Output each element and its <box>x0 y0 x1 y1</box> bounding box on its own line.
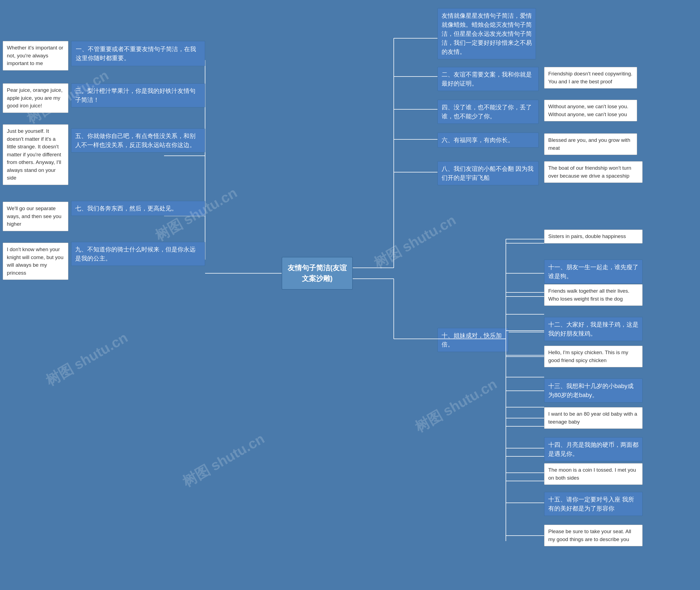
node-b5-english: Please be sure to take your seat. All my… <box>544 525 642 546</box>
center-node-text: 友情句子简洁(友谊文案沙雕) <box>286 263 348 284</box>
node-b4-english: The moon is a coin I tossed. I met you o… <box>544 463 642 485</box>
node-bottom-main: 十、姐妹成对，快乐加倍。 <box>438 328 509 352</box>
node-l4-chinese-text: 七、我们各奔东西，然后，更高处见。 <box>75 205 177 212</box>
node-r2-chinese-text: 四、没了谁，也不能没了你，丢了谁，也不能少了你。 <box>442 104 532 120</box>
node-r2-chinese: 四、没了谁，也不能没了你，丢了谁，也不能少了你。 <box>438 100 539 124</box>
node-b0-text: Sisters in pairs, double happiness <box>548 233 626 239</box>
node-l3-chinese: 五、你就做你自己吧，有点奇怪没关系，和别人不一样也没关系，反正我永远站在你这边。 <box>71 128 205 153</box>
node-b4-english-text: The moon is a coin I tossed. I met you o… <box>548 467 636 481</box>
node-b5-chinese-text: 十五、请你一定要对号入座 我所有的美好都是为了形容你 <box>548 496 634 512</box>
node-r4-chinese: 八、我们友谊的小船不会翻 因为我们开的是宇宙飞船 <box>438 161 539 185</box>
node-r3-chinese: 六、有福同享，有肉你长。 <box>438 132 539 148</box>
node-b1-chinese-text: 十一、朋友一生一起走，谁先瘦了谁是狗。 <box>548 264 638 280</box>
node-l3-english: Just be yourself. It doesn't matter if i… <box>3 124 68 185</box>
node-b3-chinese: 十三、我想和十几岁的小baby成为80岁的老baby。 <box>544 379 642 403</box>
node-bottom-main-text: 十、姐妹成对，快乐加倍。 <box>442 332 502 348</box>
mind-map: 树图 shutu.cn 树图 shutu.cn 树图 shutu.cn 树图 s… <box>0 0 700 590</box>
node-l1-chinese: 一、不管重要或者不重要友情句子简洁，在我这里你随时都重要。 <box>71 41 205 66</box>
node-l2-english-text: Pear juice, orange juice, apple juice, y… <box>7 87 63 108</box>
watermark-5: 树图 shutu.cn <box>370 211 459 273</box>
node-l2-chinese-text: 三、梨汁橙汁苹果汁，你是我的好铁汁友情句子简洁！ <box>75 87 195 103</box>
node-l3-english-text: Just be yourself. It doesn't matter if i… <box>7 128 61 181</box>
node-r2-english: Without anyone, we can't lose you. Witho… <box>544 100 637 121</box>
node-l4-english-text: We'll go our separate ways, and then see… <box>7 205 62 227</box>
node-l4-english: We'll go our separate ways, and then see… <box>3 202 68 231</box>
node-right-top: 友情就像星星友情句子简洁，爱情就像蜡烛。蜡烛会熄灭友情句子简洁，但星星会永远发光… <box>438 8 536 59</box>
node-b3-english-text: I want to be an 80 year old baby with a … <box>548 411 637 425</box>
node-l5-chinese-text: 九、不知道你的骑士什么时候来，但是你永远是我的公主。 <box>75 246 195 262</box>
node-b5-english-text: Please be sure to take your seat. All my… <box>548 528 631 542</box>
node-l2-english: Pear juice, orange juice, apple juice, y… <box>3 83 68 113</box>
watermark-3: 树图 shutu.cn <box>42 328 131 391</box>
node-b3-chinese-text: 十三、我想和十几岁的小baby成为80岁的老baby。 <box>548 383 633 398</box>
node-r3-english: Blessed are you, and you grow with meat <box>544 133 637 155</box>
node-b1-chinese: 十一、朋友一生一起走，谁先瘦了谁是狗。 <box>544 260 642 284</box>
node-r4-english: The boat of our friendship won't turn ov… <box>544 161 642 183</box>
node-r3-english-text: Blessed are you, and you grow with meat <box>548 137 630 151</box>
node-b2-chinese: 十二、大家好，我是辣子鸡，这是我的好朋友辣鸡。 <box>544 317 642 341</box>
node-r3-chinese-text: 六、有福同享，有肉你长。 <box>442 137 514 143</box>
node-r4-english-text: The boat of our friendship won't turn ov… <box>548 165 631 179</box>
node-r2-english-text: Without anyone, we can't lose you. Witho… <box>548 104 628 117</box>
node-b1-english: Friends walk together all their lives. W… <box>544 284 642 306</box>
node-b2-english: Hello, I'm spicy chicken. This is my goo… <box>544 346 642 367</box>
node-b4-chinese-text: 十四、月亮是我抛的硬币，两面都是遇见你。 <box>548 441 638 457</box>
node-r1-english-text: Friendship doesn't need copywriting. You… <box>548 71 632 84</box>
node-r1-chinese: 二、友谊不需要文案，我和你就是最好的证明。 <box>438 67 539 91</box>
node-b4-chinese: 十四、月亮是我抛的硬币，两面都是遇见你。 <box>544 437 642 461</box>
node-l5-english: I don't know when your knight will come,… <box>3 243 68 280</box>
node-right-top-text: 友情就像星星友情句子简洁，爱情就像蜡烛。蜡烛会熄灭友情句子简洁，但星星会永远发光… <box>442 12 532 55</box>
node-r1-english: Friendship doesn't need copywriting. You… <box>544 67 637 89</box>
node-l5-english-text: I don't know when your knight will come,… <box>7 247 64 276</box>
node-b3-english: I want to be an 80 year old baby with a … <box>544 407 642 429</box>
node-b2-english-text: Hello, I'm spicy chicken. This is my goo… <box>548 350 628 363</box>
node-l1-english-text: Whether it's important or not, you're al… <box>7 45 63 66</box>
node-l3-chinese-text: 五、你就做你自己吧，有点奇怪没关系，和别人不一样也没关系，反正我永远站在你这边。 <box>75 132 195 149</box>
node-l4-chinese: 七、我们各奔东西，然后，更高处见。 <box>71 201 205 216</box>
node-l1-chinese-text: 一、不管重要或者不重要友情句子简洁，在我这里你随时都重要。 <box>76 45 196 62</box>
node-l5-chinese: 九、不知道你的骑士什么时候来，但是你永远是我的公主。 <box>71 242 205 266</box>
node-r1-chinese-text: 二、友谊不需要文案，我和你就是最好的证明。 <box>442 71 532 87</box>
node-r4-chinese-text: 八、我们友谊的小船不会翻 因为我们开的是宇宙飞船 <box>442 165 533 181</box>
node-b1-english-text: Friends walk together all their lives. W… <box>548 288 629 302</box>
node-b0: Sisters in pairs, double happiness <box>544 229 642 243</box>
watermark-6: 树图 shutu.cn <box>412 375 500 437</box>
node-l2-chinese: 三、梨汁橙汁苹果汁，你是我的好铁汁友情句子简洁！ <box>71 83 205 107</box>
node-b2-chinese-text: 十二、大家好，我是辣子鸡，这是我的好朋友辣鸡。 <box>548 321 638 337</box>
node-b5-chinese: 十五、请你一定要对号入座 我所有的美好都是为了形容你 <box>544 492 642 516</box>
center-node: 友情句子简洁(友谊文案沙雕) <box>282 257 353 290</box>
node-l1-english: Whether it's important or not, you're al… <box>3 41 68 71</box>
watermark-4: 树图 shutu.cn <box>179 429 268 492</box>
